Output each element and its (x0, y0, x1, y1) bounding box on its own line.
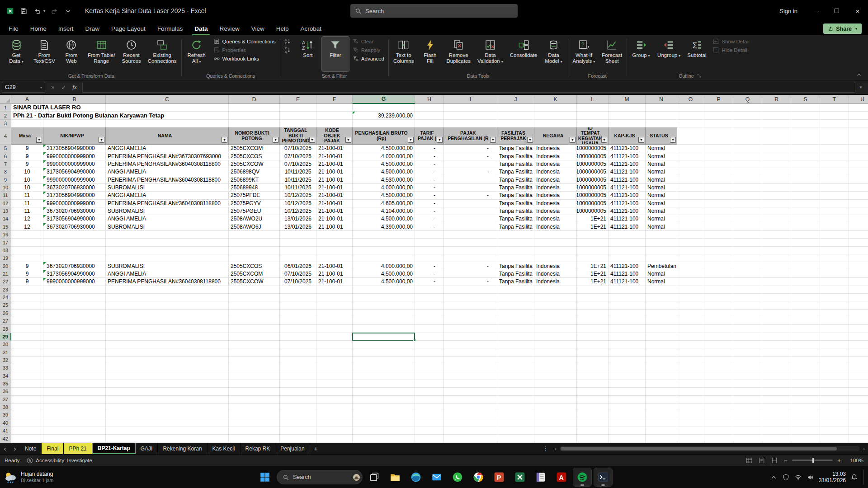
cell-U3[interactable] (849, 120, 868, 127)
cell-D33[interactable] (229, 364, 280, 372)
cell-U35[interactable] (849, 380, 868, 388)
cell-H9[interactable]: - (415, 176, 444, 184)
cell-A1[interactable]: SINAR DUTA LASER RO (11, 104, 43, 112)
cell-F18[interactable] (316, 247, 353, 254)
cell-H26[interactable] (415, 310, 444, 317)
cell-S10[interactable] (791, 184, 820, 192)
cell-P37[interactable] (704, 396, 733, 404)
cell-N3[interactable] (646, 120, 677, 127)
cell-U5[interactable] (849, 145, 868, 152)
cell-C22[interactable]: PENERIMA PENGHASILAN#36040308118800 (106, 278, 229, 286)
cell-F1[interactable] (316, 104, 353, 112)
cell-E35[interactable] (280, 380, 316, 388)
cell-I30[interactable] (444, 341, 497, 348)
cell-T28[interactable] (820, 325, 849, 333)
cell-S1[interactable] (791, 104, 820, 112)
cell-R30[interactable] (762, 341, 791, 348)
cell-R27[interactable] (762, 317, 791, 325)
cell-C42[interactable] (106, 435, 229, 442)
cell-Q38[interactable] (733, 404, 762, 411)
cell-H41[interactable] (415, 427, 444, 435)
cell-J20[interactable]: Tanpa Fasilita (497, 262, 534, 270)
cell-A32[interactable] (11, 357, 43, 364)
cell-R13[interactable] (762, 207, 791, 215)
cell-U25[interactable] (849, 301, 868, 309)
cell-M4[interactable]: KAP-KJS▼ (609, 127, 646, 145)
cell-K12[interactable]: Indonesia (534, 200, 577, 207)
sheet-tab-note[interactable]: Note (20, 443, 42, 454)
cell-H27[interactable] (415, 317, 444, 325)
cell-E24[interactable] (280, 294, 316, 301)
cell-J24[interactable] (497, 294, 534, 301)
cell-J4[interactable]: FASILITAS PERPAJAK▼ (497, 127, 534, 145)
cell-P39[interactable] (704, 411, 733, 419)
cell-M1[interactable] (609, 104, 646, 112)
filter-button-H[interactable]: ▼ (437, 137, 443, 143)
cell-P7[interactable] (704, 160, 733, 168)
save-button[interactable] (19, 6, 28, 15)
cell-N5[interactable]: Normal (646, 145, 677, 152)
cell-G33[interactable] (353, 364, 415, 372)
cell-K10[interactable]: Indonesia (534, 184, 577, 192)
share-button[interactable]: Share ▾ (823, 23, 862, 34)
cell-T3[interactable] (820, 120, 849, 127)
zoom-slider[interactable] (792, 460, 833, 461)
cell-H39[interactable] (415, 411, 444, 419)
cell-S39[interactable] (791, 411, 820, 419)
cell-O34[interactable] (677, 372, 704, 380)
filter-button-N[interactable]: ▼ (670, 137, 676, 143)
cell-J42[interactable] (497, 435, 534, 442)
cell-B10[interactable]: 3673020706930000 (43, 184, 106, 192)
cell-P5[interactable] (704, 145, 733, 152)
refresh-all-button[interactable]: RefreshAll▾ (183, 37, 210, 71)
cell-O15[interactable] (677, 223, 704, 231)
cell-B22[interactable]: 9990000000999000 (43, 278, 106, 286)
cell-U34[interactable] (849, 372, 868, 380)
search-highlight-icon[interactable] (353, 474, 360, 481)
cell-I29[interactable] (444, 333, 497, 341)
cell-Q6[interactable] (733, 152, 762, 160)
cell-S4[interactable] (791, 127, 820, 145)
group-button[interactable]: Group▾ (628, 37, 654, 71)
cell-F29[interactable] (316, 333, 353, 341)
sheet-tab-menu-icon[interactable]: ⋮ (540, 443, 552, 454)
cell-B6[interactable]: 9990000000999000 (43, 152, 106, 160)
cell-D36[interactable] (229, 388, 280, 395)
cell-D8[interactable]: 2506898QV (229, 168, 280, 176)
cell-L12[interactable]: 1000000005 (577, 200, 609, 207)
cell-M14[interactable]: 411121-100 (609, 215, 646, 223)
cell-R28[interactable] (762, 325, 791, 333)
cell-C35[interactable] (106, 380, 229, 388)
cell-S23[interactable] (791, 286, 820, 294)
cell-T18[interactable] (820, 247, 849, 254)
cell-K2[interactable] (534, 112, 577, 119)
cell-C25[interactable] (106, 301, 229, 309)
cell-K31[interactable] (534, 348, 577, 356)
cell-L5[interactable]: 1000000005 (577, 145, 609, 152)
cell-L17[interactable] (577, 239, 609, 246)
cell-A36[interactable] (11, 388, 43, 395)
cell-U28[interactable] (849, 325, 868, 333)
cell-C32[interactable] (106, 357, 229, 364)
cell-E26[interactable] (280, 310, 316, 317)
cell-U30[interactable] (849, 341, 868, 348)
cell-N2[interactable] (646, 112, 677, 119)
cell-A37[interactable] (11, 396, 43, 404)
cell-D12[interactable]: 25075PGYV (229, 200, 280, 207)
row-header-35[interactable]: 35 (0, 380, 11, 388)
cell-F10[interactable]: 21-100-01 (316, 184, 353, 192)
cell-K20[interactable]: Indonesia (534, 262, 577, 270)
cell-I35[interactable] (444, 380, 497, 388)
cell-R40[interactable] (762, 419, 791, 427)
cell-J34[interactable] (497, 372, 534, 380)
cell-F27[interactable] (316, 317, 353, 325)
cell-I26[interactable] (444, 310, 497, 317)
cell-E40[interactable] (280, 419, 316, 427)
cell-Q23[interactable] (733, 286, 762, 294)
cell-D23[interactable] (229, 286, 280, 294)
filter-button-G[interactable]: ▼ (408, 137, 414, 143)
cell-L29[interactable] (577, 333, 609, 341)
cell-K3[interactable] (534, 120, 577, 127)
cell-P22[interactable] (704, 278, 733, 286)
cell-H23[interactable] (415, 286, 444, 294)
